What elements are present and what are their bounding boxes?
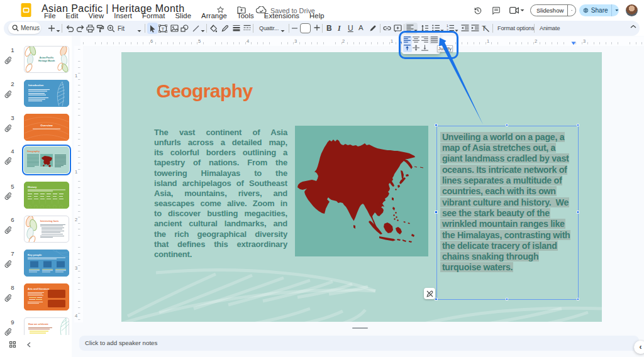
svg-text:Geography: Geography xyxy=(27,150,40,153)
svg-text:Key people: Key people xyxy=(28,253,42,256)
svg-text:Interesting facts: Interesting facts xyxy=(40,220,58,222)
svg-text:1: 1 xyxy=(447,25,448,28)
svg-text:Overview: Overview xyxy=(40,124,53,127)
svg-text:Introduction: Introduction xyxy=(28,84,44,87)
svg-text:Asian Pacific: Asian Pacific xyxy=(40,57,53,59)
svg-text:History: History xyxy=(28,185,37,189)
svg-text:Arts and literature: Arts and literature xyxy=(28,287,50,290)
svg-text:How we celebrate: How we celebrate xyxy=(28,323,48,326)
svg-text:Heritage Month: Heritage Month xyxy=(38,60,55,62)
svg-text:T: T xyxy=(162,26,165,32)
